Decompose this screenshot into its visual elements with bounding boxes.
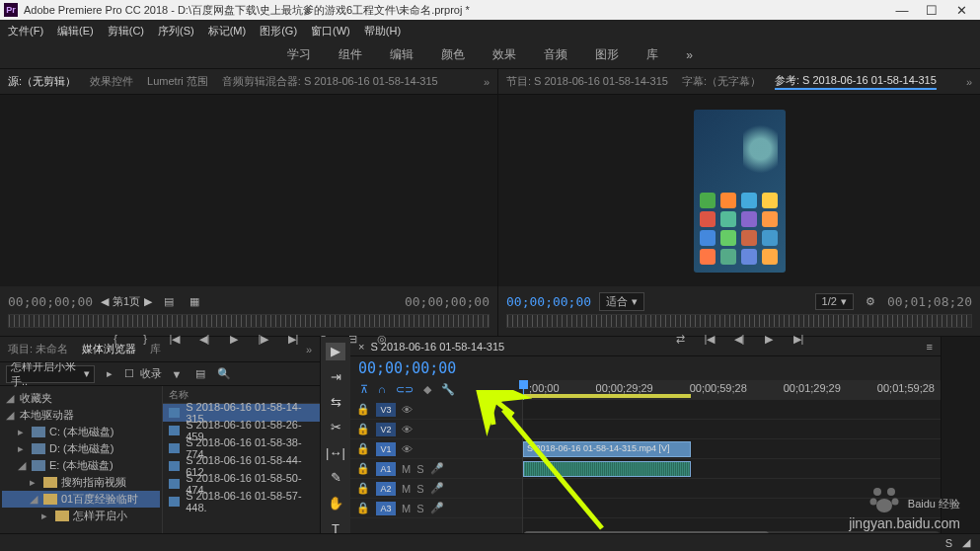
tree-folder-sougou[interactable]: ▸搜狗指南视频 [2, 474, 160, 491]
track-head-v1[interactable]: 🔒V1👁 [350, 439, 522, 459]
lock-icon[interactable]: 🔒 [356, 502, 370, 515]
eye-icon[interactable]: 👁 [402, 424, 413, 435]
eye-icon[interactable]: 👁 [402, 404, 413, 416]
resolution-dropdown[interactable]: 1/2▾ [815, 293, 854, 310]
source-tc-out[interactable]: 00;00;00;00 [405, 294, 490, 309]
tab-effect-controls[interactable]: 效果控件 [90, 74, 133, 89]
track-select-tool-icon[interactable]: ⇥ [326, 368, 345, 386]
tree-favorites[interactable]: ◢收藏夹 [2, 390, 160, 407]
filter-icon[interactable]: ▼ [168, 365, 186, 383]
timeline-close-icon[interactable]: × [358, 341, 364, 353]
track-head-a2[interactable]: 🔒A2MS🎤 [350, 479, 522, 499]
program-tc-duration[interactable]: 00;01;08;20 [887, 294, 972, 309]
ripple-tool-icon[interactable]: ⇆ [326, 393, 345, 411]
project-tabs-overflow-icon[interactable]: » [306, 344, 312, 355]
grid-view-icon[interactable]: ▦ [186, 292, 203, 310]
tree-drive-e[interactable]: ◢E: (本地磁盘) [2, 457, 160, 474]
zoom-fit-dropdown[interactable]: 适合▾ [599, 292, 644, 311]
solo-icon[interactable]: S [416, 463, 423, 475]
wrench-icon[interactable]: 🔧 [441, 383, 455, 396]
solo-icon[interactable]: S [416, 503, 423, 514]
track-head-a3[interactable]: 🔒A3MS🎤 [350, 499, 522, 518]
timeline-menu-icon[interactable]: ≡ [927, 341, 933, 353]
tab-project-panel[interactable]: 项目: 未命名 [8, 342, 68, 356]
menu-sequence[interactable]: 序列(S) [158, 24, 194, 39]
workspace-overflow-icon[interactable]: » [686, 48, 693, 62]
mic-icon[interactable]: 🎤 [430, 502, 444, 514]
tab-captions[interactable]: 字幕:（无字幕） [682, 74, 761, 89]
slip-tool-icon[interactable]: |↔| [326, 444, 345, 462]
lock-icon[interactable]: 🔒 [356, 423, 370, 436]
menu-edit[interactable]: 编辑(E) [57, 24, 94, 39]
timeline-ruler[interactable]: ;00;00 00;00;29;29 00;00;59;28 00;01;29;… [523, 380, 941, 400]
tab-source[interactable]: 源:（无剪辑） [8, 74, 76, 89]
menu-marker[interactable]: 标记(M) [208, 24, 247, 39]
tab-program[interactable]: 节目: S 2018-06-16 01-58-14-315 [506, 74, 668, 89]
pen-tool-icon[interactable]: ✎ [326, 469, 345, 487]
menu-clip[interactable]: 剪辑(C) [108, 24, 144, 39]
menu-file[interactable]: 文件(F) [8, 24, 43, 39]
magnet-icon[interactable]: ∩ [378, 383, 386, 395]
source-tabs-overflow-icon[interactable]: » [484, 76, 490, 88]
tab-reference[interactable]: 参考: S 2018-06-16 01-58-14-315 [775, 73, 937, 90]
mic-icon[interactable]: 🎤 [430, 482, 444, 495]
lock-icon[interactable]: 🔒 [356, 403, 370, 417]
mic-icon[interactable]: 🎤 [430, 462, 444, 475]
linked-icon[interactable]: ⊂⊃ [396, 383, 414, 396]
marker-icon[interactable]: ◆ [423, 383, 431, 396]
source-ruler[interactable] [8, 314, 490, 328]
mute-icon[interactable]: M [402, 503, 411, 514]
tree-folder-xiaomi[interactable]: ▸怎样开启小 [2, 508, 160, 524]
close-button[interactable]: ✕ [946, 3, 976, 18]
maximize-button[interactable]: ☐ [917, 3, 946, 18]
track-head-a1[interactable]: 🔒A1MS🎤 [350, 459, 522, 479]
razor-tool-icon[interactable]: ✂ [326, 419, 345, 436]
settings-icon[interactable]: ⚙ [862, 292, 879, 310]
video-clip[interactable]: S 2018-06-16 01-58-14-315.mp4 [V] [523, 441, 691, 457]
ingest-checkbox[interactable]: ☐ [124, 367, 134, 380]
sequence-name[interactable]: S 2018-06-16 01-58-14-315 [370, 341, 504, 353]
search-icon[interactable]: 🔍 [215, 365, 233, 383]
workspace-learn[interactable]: 学习 [287, 46, 311, 63]
workspace-graphics[interactable]: 图形 [595, 46, 619, 63]
tree-local-drives[interactable]: ◢本地驱动器 [2, 407, 160, 424]
mute-icon[interactable]: M [402, 483, 411, 495]
tree-drive-d[interactable]: ▸D: (本地磁盘) [2, 440, 160, 457]
directory-icon[interactable]: ▤ [191, 365, 209, 383]
workspace-libraries[interactable]: 库 [646, 46, 658, 63]
track-head-v2[interactable]: 🔒V2👁 [350, 420, 522, 439]
workspace-assembly[interactable]: 组件 [339, 46, 362, 63]
new-folder-icon[interactable]: ▸ [101, 365, 118, 383]
menu-window[interactable]: 窗口(W) [311, 24, 350, 39]
tab-audio-mixer[interactable]: 音频剪辑混合器: S 2018-06-16 01-58-14-315 [222, 74, 438, 89]
workspace-editing[interactable]: 编辑 [390, 46, 414, 63]
workspace-color[interactable]: 颜色 [441, 46, 465, 63]
lock-icon[interactable]: 🔒 [356, 462, 370, 476]
list-item[interactable]: S 2018-06-16 01-58-57-448. [163, 493, 320, 511]
lock-icon[interactable]: 🔒 [356, 442, 370, 456]
mute-icon[interactable]: M [402, 463, 411, 475]
program-ruler[interactable] [506, 314, 972, 328]
lock-icon[interactable]: 🔒 [356, 482, 370, 496]
timeline-timecode[interactable]: 00;00;00;00 [358, 359, 456, 377]
minimize-button[interactable]: — [887, 3, 917, 18]
menu-help[interactable]: 帮助(H) [364, 24, 401, 39]
workspace-effects[interactable]: 效果 [492, 46, 516, 63]
source-tc-in[interactable]: 00;00;00;00 [8, 294, 93, 309]
status-resize-icon[interactable]: ◢ [962, 536, 970, 549]
tab-lumetri[interactable]: Lumetri 范围 [147, 74, 208, 89]
hand-tool-icon[interactable]: ✋ [326, 495, 345, 512]
tab-libraries[interactable]: 库 [150, 342, 161, 356]
snap-icon[interactable]: ⊼ [360, 383, 368, 396]
menu-graphics[interactable]: 图形(G) [260, 24, 297, 39]
media-search-input[interactable]: 怎样开启小米手..▾ [6, 365, 95, 383]
tree-drive-c[interactable]: ▸C: (本地磁盘) [2, 424, 160, 440]
program-tabs-overflow-icon[interactable]: » [966, 76, 972, 88]
workspace-audio[interactable]: 音频 [544, 46, 567, 63]
list-view-icon[interactable]: ▤ [160, 292, 178, 310]
playhead[interactable] [523, 380, 524, 400]
eye-icon[interactable]: 👁 [402, 443, 413, 455]
page-prev-icon[interactable]: ◀ [101, 295, 109, 308]
track-head-v3[interactable]: 🔒V3👁 [350, 400, 522, 420]
page-next-icon[interactable]: ▶ [144, 295, 152, 308]
